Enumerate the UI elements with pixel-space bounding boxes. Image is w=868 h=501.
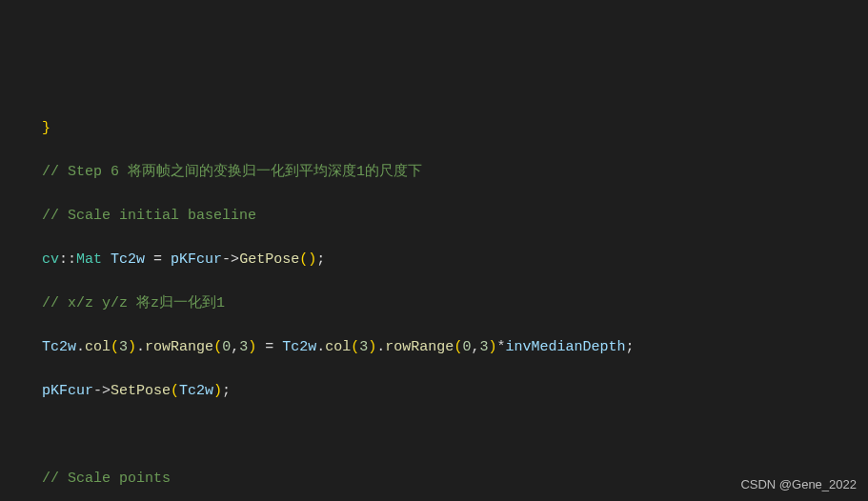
comment: // x/z y/z 将z归一化到1	[42, 295, 225, 311]
blank-line	[42, 424, 868, 446]
code-line: }	[42, 117, 868, 139]
code-line: pKFcur->SetPose(Tc2w);	[42, 380, 868, 402]
variable: Tc2w	[111, 251, 145, 268]
comment: // Scale points	[42, 471, 171, 487]
code-line: // x/z y/z 将z归一化到1	[42, 292, 868, 314]
code-line: Tc2w.col(3).rowRange(0,3) = Tc2w.col(3).…	[42, 336, 868, 358]
code-line: // Scale initial baseline	[42, 205, 868, 227]
code-line: // Step 6 将两帧之间的变换归一化到平均深度1的尺度下	[42, 161, 868, 183]
variable: pKFcur	[171, 251, 222, 268]
comment: // Scale initial baseline	[42, 208, 256, 224]
comment: // Step 6 将两帧之间的变换归一化到平均深度1的尺度下	[42, 164, 422, 180]
namespace: cv	[42, 251, 59, 268]
close-brace: }	[42, 120, 50, 136]
code-editor[interactable]: } // Step 6 将两帧之间的变换归一化到平均深度1的尺度下 // Sca…	[42, 95, 868, 501]
function-call: GetPose	[239, 251, 299, 268]
watermark: CSDN @Gene_2022	[740, 473, 857, 495]
type: Mat	[76, 251, 102, 268]
code-line: cv::Mat Tc2w = pKFcur->GetPose();	[42, 249, 868, 271]
